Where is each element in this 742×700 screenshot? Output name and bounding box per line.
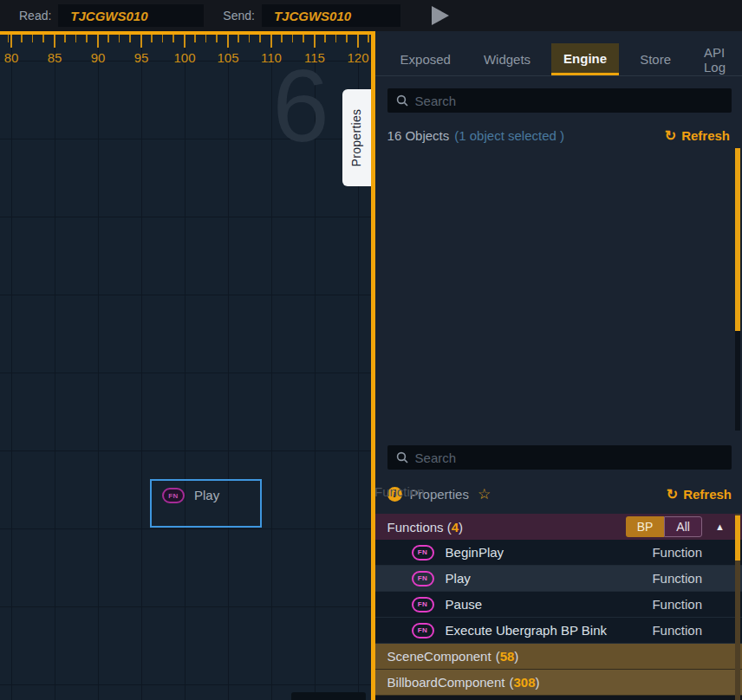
panel-tabs: ExposedWidgetsEngineStoreAPI Log [375, 31, 742, 76]
function-row[interactable]: FN Pause Function [375, 592, 742, 618]
ghost-function-label: Function [374, 484, 425, 499]
function-icon: FN [412, 597, 434, 612]
objects-scrollbar[interactable] [735, 148, 740, 431]
properties-search-box[interactable] [387, 445, 732, 470]
send-label: Send: [223, 9, 255, 23]
read-field[interactable]: TJCGWS010 [58, 4, 204, 27]
send-field[interactable]: TJCGWS010 [262, 4, 400, 27]
panel-tab[interactable]: API Log [692, 43, 738, 75]
refresh-icon: ↻ [667, 486, 678, 502]
search-icon [396, 94, 408, 107]
ruler-number: 90 [91, 50, 106, 65]
panel-tab-label: Engine [563, 51, 607, 66]
function-type: Function [652, 623, 702, 638]
collapse-arrow-icon[interactable]: ▲ [715, 522, 725, 532]
ruler-number: 80 [4, 50, 19, 65]
objects-header: 16 Objects (1 object selected ) ↻ Refres… [387, 126, 730, 144]
function-icon: FN [412, 571, 434, 587]
control-panel: ExposedWidgetsEngineStoreAPI Log 16 Obje… [375, 31, 742, 700]
ruler-number: 95 [134, 50, 149, 65]
properties-scrollbar-thumb[interactable] [735, 515, 740, 561]
refresh-label: Refresh [681, 128, 730, 143]
paren-close: ) [536, 675, 540, 690]
panel-tab-label: Store [640, 52, 671, 67]
refresh-label: Refresh [683, 487, 732, 502]
component-count: 58 [500, 649, 515, 664]
viewport-frame-right [371, 31, 375, 700]
objects-count: 16 Objects [387, 128, 450, 143]
search-icon [396, 451, 408, 463]
function-row[interactable]: FN Execute Ubergraph BP Bink Function [375, 618, 742, 644]
component-section-header[interactable]: BillboardComponent ( 308 ) [375, 670, 742, 696]
functions-count: 4 [452, 520, 459, 535]
component-name: BillboardComponent [387, 675, 505, 690]
ruler-number: 100 [173, 50, 195, 65]
panel-tab[interactable]: Widgets [472, 43, 543, 75]
ruler-number: 105 [217, 50, 238, 65]
panel-tab-label: Exposed [400, 52, 451, 67]
properties-header: i Properties ☆ ↻ Refresh [387, 481, 732, 507]
objects-refresh-button[interactable]: ↻ Refresh [665, 127, 730, 144]
functions-list: FN BeginPlay Function FN Play Function F… [375, 540, 742, 644]
panel-filler [375, 696, 742, 700]
function-icon: FN [162, 488, 185, 503]
component-count: 308 [513, 675, 535, 690]
properties-side-tab[interactable]: Properties [342, 89, 371, 186]
function-icon: FN [412, 545, 434, 561]
component-section-header[interactable]: SceneComponent ( 58 ) [375, 644, 742, 670]
properties-scrollbar[interactable] [735, 514, 740, 700]
function-name: Play [446, 571, 653, 586]
component-name: SceneComponent [387, 649, 491, 664]
function-icon: FN [412, 623, 434, 638]
properties-refresh-button[interactable]: ↻ Refresh [667, 486, 732, 502]
properties-side-tab-label: Properties [349, 109, 363, 167]
function-row[interactable]: FN BeginPlay Function [375, 540, 742, 566]
top-bar: Read: TJCGWS010 Send: TJCGWS010 [0, 0, 742, 31]
function-type: Function [652, 545, 702, 560]
objects-selection-status: (1 object selected ) [454, 128, 564, 143]
objects-list [375, 148, 742, 431]
canvas-bottom-buttons [291, 692, 375, 700]
objects-scrollbar-thumb[interactable] [735, 148, 740, 331]
toggle-all-button[interactable]: All [664, 516, 702, 537]
component-sections: SceneComponent ( 58 ) BillboardComponent… [375, 644, 742, 696]
play-widget-label: Play [194, 488, 219, 502]
function-type: Function [652, 571, 702, 586]
canvas-bottom-button[interactable] [291, 692, 366, 700]
read-label: Read: [19, 9, 51, 23]
function-type: Function [652, 597, 702, 612]
play-icon[interactable] [432, 6, 449, 25]
panel-tab[interactable]: Engine [551, 43, 619, 75]
bp-all-toggle: BP All [626, 516, 702, 537]
viewport-canvas[interactable]: 80859095100105110115120125 6 Properties … [0, 31, 375, 700]
properties-search-input[interactable] [415, 450, 723, 465]
function-name: Execute Ubergraph BP Bink [446, 623, 653, 638]
panel-tab[interactable]: Exposed [388, 43, 463, 75]
functions-title: Functions [387, 520, 444, 535]
panel-tab[interactable]: Store [628, 43, 683, 75]
send-value: TJCGWS010 [274, 9, 351, 23]
function-name: Pause [446, 597, 653, 612]
function-row[interactable]: FN Play Function [375, 566, 742, 592]
ruler-number: 110 [261, 50, 282, 65]
main-area: 80859095100105110115120125 6 Properties … [0, 31, 742, 700]
panel-tab-label: API Log [704, 45, 726, 75]
function-name: BeginPlay [446, 545, 653, 560]
ruler-number: 115 [304, 50, 325, 65]
ruler-number: 120 [347, 50, 368, 65]
ruler-number: 85 [48, 50, 62, 65]
ruler: 80859095100105110115120125 [0, 31, 375, 66]
objects-search-input[interactable] [415, 94, 723, 108]
paren-close: ) [514, 649, 518, 664]
properties-body: Functions ( 4 ) BP All ▲ FN BeginPlay Fu… [375, 514, 742, 700]
functions-section-header[interactable]: Functions ( 4 ) BP All ▲ [375, 514, 742, 540]
paren-close: ) [459, 520, 463, 535]
play-function-widget[interactable]: FN Play [150, 479, 262, 528]
viewport-frame-top [0, 31, 375, 35]
refresh-icon: ↻ [665, 127, 676, 144]
objects-search-box[interactable] [387, 88, 732, 113]
read-value: TJCGWS010 [70, 9, 147, 23]
toggle-bp-button[interactable]: BP [626, 516, 664, 537]
panel-tab-label: Widgets [484, 52, 530, 67]
favorite-star-icon[interactable]: ☆ [478, 485, 491, 503]
